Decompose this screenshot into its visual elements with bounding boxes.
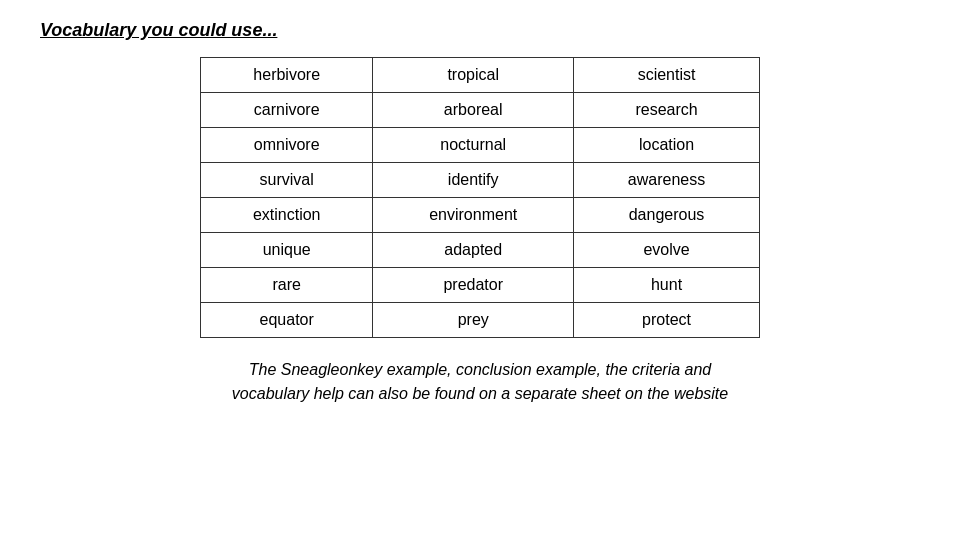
table-cell-0-2: scientist xyxy=(574,58,760,93)
table-row: extinctionenvironmentdangerous xyxy=(201,198,760,233)
footer-text: The Sneagleonkey example, conclusion exa… xyxy=(40,358,920,406)
table-cell-3-1: identify xyxy=(373,163,574,198)
vocabulary-table-container: herbivoretropicalscientistcarnivorearbor… xyxy=(40,57,920,338)
table-cell-2-2: location xyxy=(574,128,760,163)
page-title: Vocabulary you could use... xyxy=(40,20,277,41)
table-cell-3-0: survival xyxy=(201,163,373,198)
table-cell-4-0: extinction xyxy=(201,198,373,233)
table-row: survivalidentifyawareness xyxy=(201,163,760,198)
footer-line1: The Sneagleonkey example, conclusion exa… xyxy=(40,358,920,382)
page: Vocabulary you could use... herbivoretro… xyxy=(0,0,960,540)
table-cell-7-1: prey xyxy=(373,303,574,338)
table-row: uniqueadaptedevolve xyxy=(201,233,760,268)
table-cell-1-0: carnivore xyxy=(201,93,373,128)
table-cell-6-2: hunt xyxy=(574,268,760,303)
table-row: carnivorearborealresearch xyxy=(201,93,760,128)
table-cell-4-2: dangerous xyxy=(574,198,760,233)
table-cell-6-1: predator xyxy=(373,268,574,303)
table-cell-1-2: research xyxy=(574,93,760,128)
table-cell-0-1: tropical xyxy=(373,58,574,93)
table-cell-3-2: awareness xyxy=(574,163,760,198)
vocabulary-table: herbivoretropicalscientistcarnivorearbor… xyxy=(200,57,760,338)
footer-line2: vocabulary help can also be found on a s… xyxy=(40,382,920,406)
table-row: herbivoretropicalscientist xyxy=(201,58,760,93)
table-cell-5-2: evolve xyxy=(574,233,760,268)
table-cell-7-2: protect xyxy=(574,303,760,338)
table-cell-2-1: nocturnal xyxy=(373,128,574,163)
table-cell-1-1: arboreal xyxy=(373,93,574,128)
table-cell-7-0: equator xyxy=(201,303,373,338)
table-cell-6-0: rare xyxy=(201,268,373,303)
table-cell-0-0: herbivore xyxy=(201,58,373,93)
table-row: rarepredatorhunt xyxy=(201,268,760,303)
table-cell-5-0: unique xyxy=(201,233,373,268)
table-row: equatorpreyprotect xyxy=(201,303,760,338)
table-cell-2-0: omnivore xyxy=(201,128,373,163)
table-row: omnivorenocturnallocation xyxy=(201,128,760,163)
table-cell-5-1: adapted xyxy=(373,233,574,268)
table-cell-4-1: environment xyxy=(373,198,574,233)
